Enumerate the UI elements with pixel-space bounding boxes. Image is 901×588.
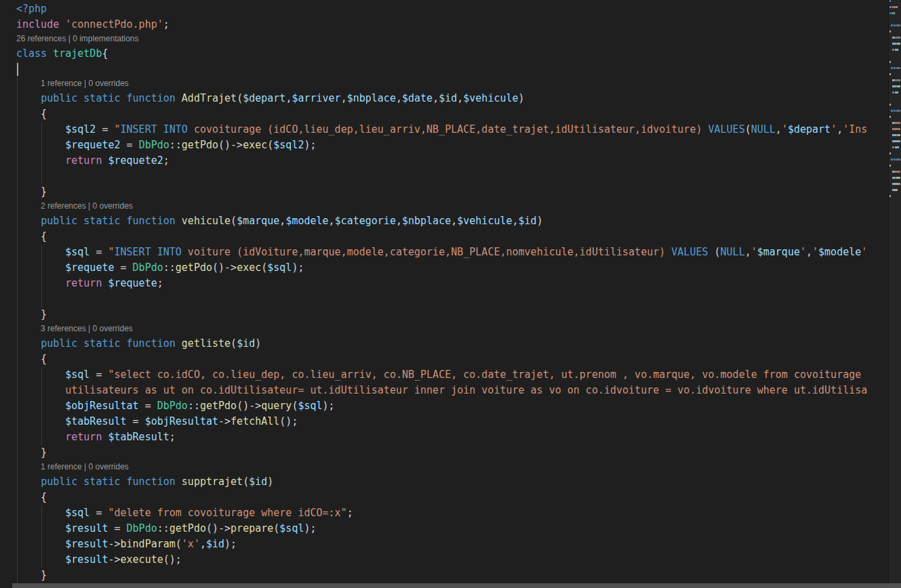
codelens-reference-link[interactable]: 26 references | 0 implementations	[0, 33, 888, 46]
code-token: );	[323, 400, 335, 412]
code-token: ,	[433, 92, 439, 104]
code-token: ::	[188, 400, 200, 412]
code-token	[77, 92, 83, 104]
code-token: ,	[329, 215, 335, 227]
code-line: $objResultat = DbPdo::getPdo()->query($s…	[0, 398, 888, 414]
code-token: $sql2	[65, 123, 96, 135]
code-token: ;	[157, 277, 163, 289]
code-token: ();	[279, 415, 298, 427]
minimap-line	[889, 73, 900, 75]
code-token: (	[267, 139, 273, 151]
code-token: AddTrajet	[182, 92, 237, 104]
minimap-line	[889, 30, 900, 33]
code-token: $id	[206, 538, 224, 550]
code-token: "	[108, 246, 114, 258]
code-line: public static function getliste($id)	[0, 336, 888, 352]
code-line: utilisateurs as ut on co.idUtilisateur= …	[0, 383, 888, 398]
code-token: getliste	[182, 337, 231, 350]
code-area[interactable]: <?phpinclude 'connectPdo.php';26 referen…	[0, 1, 888, 583]
code-token: $tabResult	[108, 431, 169, 443]
code-token	[16, 337, 41, 350]
code-token	[59, 18, 65, 30]
code-token: DbPdo	[139, 139, 169, 151]
code-token: $sql	[267, 261, 292, 274]
minimap-line	[889, 159, 900, 161]
code-token: function	[127, 337, 176, 350]
code-line: {	[0, 106, 888, 122]
code-token: =	[89, 246, 108, 258]
code-token: getPdo	[200, 400, 237, 412]
code-token: $arriver	[292, 92, 340, 104]
code-token: return	[65, 154, 102, 167]
code-token: $vehicule	[457, 215, 512, 227]
minimap-line	[889, 37, 900, 39]
code-token: function	[127, 476, 176, 488]
code-token: include	[16, 18, 59, 30]
code-token	[121, 337, 127, 350]
code-token: $marque	[757, 246, 800, 258]
code-line: $sql = "INSERT INTO voiture (idVoiture,m…	[0, 245, 888, 260]
code-line: }	[0, 445, 888, 461]
minimap-line	[889, 152, 900, 154]
code-token: bindParam	[121, 538, 176, 550]
minimap-line	[889, 61, 900, 63]
code-token: $sql2	[273, 139, 304, 151]
code-token: {	[16, 108, 47, 120]
code-token: );	[304, 522, 316, 534]
indent-guide-class	[17, 62, 18, 583]
code-token: ,	[200, 538, 206, 550]
code-token: }	[16, 186, 47, 198]
code-token: INSERT INTO	[115, 246, 182, 258]
code-token: "	[115, 123, 121, 135]
code-token: public	[41, 92, 77, 104]
code-token: {	[16, 491, 47, 503]
code-token	[121, 476, 127, 488]
code-token: (	[273, 522, 279, 534]
code-token: $result	[65, 553, 108, 566]
code-token: supptrajet	[182, 476, 243, 488]
code-line: $result->bindParam('x',$id);	[0, 537, 888, 552]
minimap-line	[889, 85, 900, 87]
code-token: VALUES	[708, 123, 745, 135]
codelens-reference-link[interactable]: 3 references | 0 overrides	[0, 322, 888, 336]
code-token: ->	[218, 415, 231, 427]
code-token: trajetDb	[53, 47, 102, 60]
code-token: return	[65, 277, 102, 289]
minimap-line	[889, 49, 900, 51]
code-token: {	[102, 47, 108, 60]
code-token: '	[830, 123, 837, 135]
code-line: }	[0, 184, 888, 200]
code-line: $tabResult = $objResultat->fetchAll();	[0, 414, 888, 429]
minimap-line	[889, 55, 900, 57]
code-token: getPdo	[182, 139, 218, 151]
code-token	[121, 215, 127, 227]
minimap-line	[889, 43, 900, 45]
code-token: $sql	[279, 522, 304, 534]
code-token: $depart	[243, 92, 285, 104]
minimap-line	[889, 67, 900, 69]
code-token	[176, 337, 182, 350]
code-token: $requete	[108, 277, 157, 289]
code-token: 'connectPdo.php'	[65, 18, 163, 30]
codelens-reference-link[interactable]: 1 reference | 0 overrides	[0, 77, 888, 91]
code-token: ()->	[237, 400, 261, 412]
code-token: static	[83, 92, 120, 104]
code-token: DbPdo	[133, 261, 163, 274]
code-token: ;	[163, 18, 169, 30]
code-token: ,	[513, 215, 519, 227]
horizontal-scrollbar[interactable]	[12, 583, 901, 588]
codelens-reference-link[interactable]: 2 references | 0 overrides	[0, 200, 888, 213]
code-token: 'x'	[182, 538, 200, 550]
code-token: $requete2	[108, 154, 163, 167]
code-token: 'Ins	[843, 123, 867, 135]
code-editor: <?phpinclude 'connectPdo.php';26 referen…	[0, 0, 901, 588]
code-token	[176, 92, 182, 104]
code-line: $sql = "delete from covoiturage where id…	[0, 505, 888, 521]
code-token: class	[16, 47, 47, 60]
minimap-line	[889, 12, 900, 14]
codelens-reference-link[interactable]: 1 reference | 0 overrides	[0, 461, 888, 474]
code-token: $objResultat	[65, 400, 138, 412]
code-token: =	[89, 507, 108, 519]
code-token: $requete	[65, 261, 114, 274]
minimap[interactable]	[888, 0, 901, 588]
